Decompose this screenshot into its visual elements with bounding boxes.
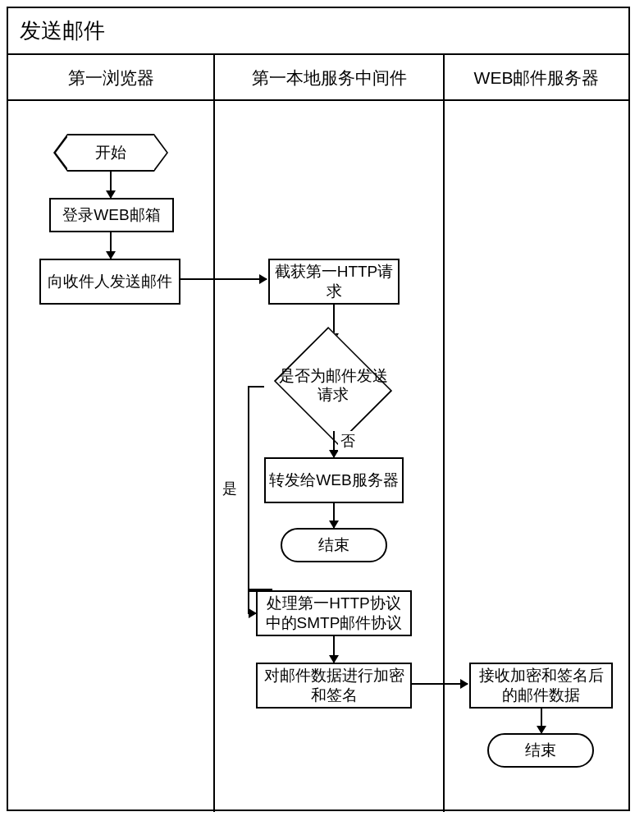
- hex-left-wedge: [53, 134, 67, 172]
- intercept-node: 截获第一HTTP请求: [268, 259, 400, 305]
- process-smtp-node: 处理第一HTTP协议中的SMTP邮件协议: [256, 590, 412, 636]
- yes-branch-vline: [248, 386, 249, 590]
- swimlane-diagram: 发送邮件 第一浏览器 开始 登录WEB邮箱 向收件人发送邮件 第一本地服务中间件: [7, 7, 630, 811]
- lane-browser-header: 第一浏览器: [8, 55, 213, 101]
- login-node: 登录WEB邮箱: [49, 198, 174, 232]
- lane-web-mail-server: WEB邮件服务器 接收加密和签名后的邮件数据 结束: [443, 55, 628, 812]
- start-label: 开始: [67, 134, 154, 172]
- lane-middleware-header: 第一本地服务中间件: [215, 55, 443, 101]
- lane-browser-body: 开始 登录WEB邮箱 向收件人发送邮件: [8, 101, 213, 812]
- start-node: 开始: [53, 134, 168, 172]
- arrow-forward-to-end: [333, 503, 335, 528]
- lane-web-mail-server-body: 接收加密和签名后的邮件数据 结束: [445, 101, 628, 812]
- lane-web-mail-server-header: WEB邮件服务器: [445, 55, 628, 101]
- yes-branch-stub: [249, 386, 264, 388]
- yes-branch-vline-ext: [248, 589, 249, 614]
- encrypt-node: 对邮件数据进行加密和签名: [256, 663, 412, 709]
- send-mail-node: 向收件人发送邮件: [39, 259, 180, 305]
- end-node-1: 结束: [281, 528, 387, 562]
- lane-middleware-body: 截获第一HTTP请求 是否为邮件发送请求 否 转发给WEB服务器 结束: [215, 101, 443, 812]
- lanes-container: 第一浏览器 开始 登录WEB邮箱 向收件人发送邮件 第一本地服务中间件 截获第一…: [8, 55, 628, 812]
- arrow-receive-to-end: [541, 709, 542, 733]
- lane-middleware: 第一本地服务中间件 截获第一HTTP请求 是否为邮件发送请求 否 转发给WEB服…: [213, 55, 443, 812]
- diagram-title: 发送邮件: [8, 8, 628, 55]
- decision-label: 是否为邮件发送请求: [263, 341, 403, 431]
- arrow-start-to-login: [110, 172, 112, 198]
- decision-node: 是否为邮件发送请求: [263, 341, 403, 431]
- arrow-smtp-to-encrypt: [333, 636, 335, 663]
- edge-label-yes: 是: [220, 479, 240, 498]
- arrow-decision-to-forward: [333, 431, 335, 457]
- edge-label-no: 否: [338, 431, 358, 451]
- lane-browser: 第一浏览器 开始 登录WEB邮箱 向收件人发送邮件: [8, 55, 213, 812]
- arrow-login-to-send: [110, 232, 112, 259]
- forward-node: 转发给WEB服务器: [264, 457, 404, 503]
- hex-right-wedge: [154, 134, 168, 172]
- end-node-2: 结束: [487, 733, 594, 768]
- receive-node: 接收加密和签名后的邮件数据: [469, 663, 613, 709]
